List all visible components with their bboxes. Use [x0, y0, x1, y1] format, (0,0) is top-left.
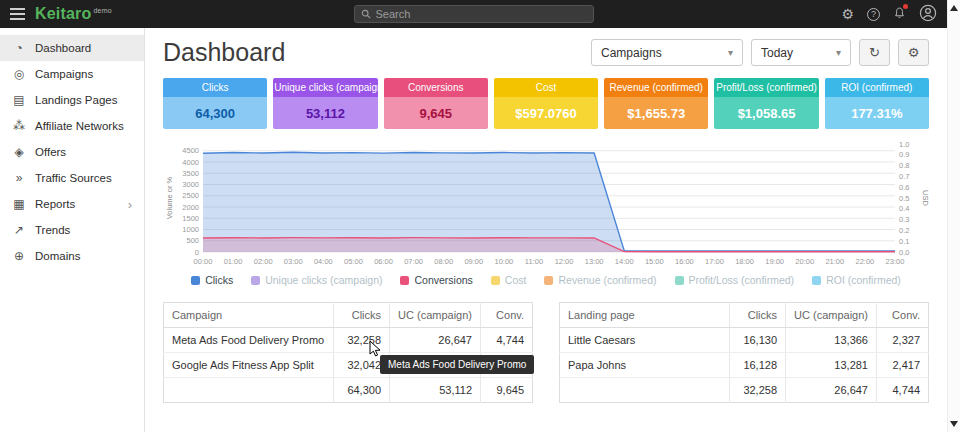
- svg-text:18:00: 18:00: [735, 257, 754, 266]
- campaign-filter-select[interactable]: Campaigns ▾: [591, 39, 743, 66]
- demo-badge: demo: [94, 7, 112, 14]
- sidebar-item-dashboard[interactable]: ◔ Dashboard: [0, 35, 144, 61]
- sidebar-item-label: Offers: [35, 146, 66, 158]
- svg-text:23:00: 23:00: [886, 257, 905, 266]
- page-title: Dashboard: [163, 38, 285, 67]
- chevron-down-icon: ▾: [822, 47, 841, 58]
- sidebar-item-traffic-sources[interactable]: » Traffic Sources: [0, 165, 144, 191]
- legend-item-unique-clicks-campaign[interactable]: Unique clicks (campaign): [251, 274, 382, 286]
- svg-text:0.4: 0.4: [899, 204, 909, 213]
- gear-icon[interactable]: ⚙: [841, 7, 854, 21]
- svg-text:0: 0: [195, 248, 199, 257]
- metric-cards: Clicks 64,300 Unique clicks (campaign) 5…: [163, 78, 929, 129]
- sidebar-item-campaigns[interactable]: ◎ Campaigns: [0, 61, 144, 87]
- trend-icon: ↗: [12, 223, 26, 237]
- legend-label: Conversions: [414, 274, 472, 286]
- svg-text:0.1: 0.1: [899, 237, 909, 246]
- network-icon: ⁂: [12, 119, 26, 133]
- table-row[interactable]: Little Caesars 16,130 13,366 2,327: [560, 328, 929, 353]
- user-avatar-icon[interactable]: [919, 4, 937, 24]
- metric-card-clicks: Clicks 64,300: [163, 78, 267, 129]
- search-icon: [361, 9, 371, 19]
- svg-text:21:00: 21:00: [825, 257, 844, 266]
- column-header[interactable]: UC (campaign): [390, 303, 481, 328]
- svg-text:20:00: 20:00: [795, 257, 814, 266]
- sidebar-item-trends[interactable]: ↗ Trends: [0, 217, 144, 243]
- svg-text:17:00: 17:00: [705, 257, 724, 266]
- sidebar-item-label: Domains: [35, 250, 80, 262]
- legend-label: Unique clicks (campaign): [265, 274, 382, 286]
- column-header[interactable]: UC (campaign): [786, 303, 877, 328]
- svg-text:500: 500: [186, 236, 199, 245]
- metric-value: 9,645: [419, 106, 452, 121]
- chart-plot: 0500100015002000250030003500400045000.00…: [163, 139, 929, 267]
- notification-dot: [903, 4, 908, 9]
- svg-text:13:00: 13:00: [585, 257, 604, 266]
- metric-card-revenue: Revenue (confirmed) $1,655.73: [604, 78, 708, 129]
- svg-text:0.7: 0.7: [899, 172, 909, 181]
- menu-icon[interactable]: [10, 8, 25, 20]
- svg-text:0.3: 0.3: [899, 215, 909, 224]
- svg-text:09:00: 09:00: [464, 257, 483, 266]
- column-header[interactable]: Clicks: [334, 303, 390, 328]
- scroll-up-icon[interactable]: [950, 5, 958, 11]
- search-input[interactable]: [376, 8, 587, 20]
- table-row[interactable]: Papa Johns 16,128 13,281 2,417: [560, 353, 929, 378]
- svg-text:1.0: 1.0: [899, 140, 909, 149]
- legend-swatch: [491, 276, 500, 285]
- metric-value: 53,112: [306, 106, 345, 121]
- chevron-down-icon: ▾: [714, 47, 733, 58]
- sidebar-item-reports[interactable]: ▦ Reports ›: [0, 191, 144, 217]
- metric-card-unique-clicks: Unique clicks (campaign) 53,112: [273, 78, 377, 129]
- sidebar-item-domains[interactable]: ⊕ Domains: [0, 243, 144, 269]
- svg-text:05:00: 05:00: [344, 257, 363, 266]
- row-tooltip: Meta Ads Food Delivery Promo: [380, 355, 534, 374]
- dashboard-settings-button[interactable]: ⚙: [898, 39, 929, 66]
- legend-item-roi-confirmed[interactable]: ROI (confirmed): [812, 274, 901, 286]
- svg-text:0.0: 0.0: [899, 248, 909, 257]
- table-row[interactable]: Meta Ads Food Delivery Promo 32,258 26,6…: [164, 328, 533, 353]
- legend-label: Profit/Loss (confirmed): [689, 274, 795, 286]
- date-range-select[interactable]: Today ▾: [751, 39, 851, 66]
- sidebar-item-affiliate-networks[interactable]: ⁂ Affiliate Networks: [0, 113, 144, 139]
- refresh-button[interactable]: ↻: [859, 39, 890, 66]
- legend-item-cost[interactable]: Cost: [491, 274, 527, 286]
- scroll-down-icon[interactable]: [950, 421, 958, 427]
- dashboard-chart: 0500100015002000250030003500400045000.00…: [163, 139, 929, 286]
- tag-icon: ◈: [12, 145, 26, 159]
- target-icon: ◎: [12, 67, 26, 81]
- legend-item-revenue-confirmed[interactable]: Revenue (confirmed): [544, 274, 656, 286]
- legend-label: Cost: [505, 274, 527, 286]
- column-header[interactable]: Conv.: [877, 303, 929, 328]
- gear-icon: ⚙: [908, 45, 920, 60]
- metric-card-profit-loss: Profit/Loss (confirmed) $1,058.65: [714, 78, 818, 129]
- svg-text:04:00: 04:00: [314, 257, 333, 266]
- help-icon[interactable]: ?: [867, 8, 880, 21]
- legend-item-clicks[interactable]: Clicks: [191, 274, 233, 286]
- column-header[interactable]: Clicks: [730, 303, 786, 328]
- bell-icon[interactable]: [893, 6, 906, 22]
- sidebar: ◔ Dashboard ◎ Campaigns ▤ Landings Pages…: [0, 28, 145, 432]
- svg-text:Volume or %: Volume or %: [165, 176, 174, 219]
- metric-card-roi: ROI (confirmed) 177.31%: [825, 78, 929, 129]
- app-logo[interactable]: Keitarodemo: [35, 5, 112, 23]
- sidebar-item-label: Campaigns: [35, 68, 93, 80]
- svg-text:02:00: 02:00: [254, 257, 273, 266]
- page-scrollbar[interactable]: [947, 0, 960, 432]
- legend-item-profit-loss-confirmed[interactable]: Profit/Loss (confirmed): [675, 274, 795, 286]
- svg-text:2500: 2500: [182, 191, 199, 200]
- legend-label: Revenue (confirmed): [558, 274, 656, 286]
- column-header[interactable]: Landing page: [560, 303, 730, 328]
- svg-text:3000: 3000: [182, 180, 199, 189]
- sidebar-item-offers[interactable]: ◈ Offers: [0, 139, 144, 165]
- legend-item-conversions[interactable]: Conversions: [400, 274, 472, 286]
- sidebar-item-label: Trends: [35, 224, 70, 236]
- column-header[interactable]: Conv.: [481, 303, 533, 328]
- table-totals-row: 32,258 26,647 4,744: [560, 378, 929, 403]
- metric-value: $1,655.73: [627, 106, 685, 121]
- sidebar-item-landings-pages[interactable]: ▤ Landings Pages: [0, 87, 144, 113]
- chart-legend: ClicksUnique clicks (campaign)Conversion…: [163, 274, 929, 286]
- column-header[interactable]: Campaign: [164, 303, 334, 328]
- sidebar-item-label: Affiliate Networks: [35, 120, 124, 132]
- svg-text:0.5: 0.5: [899, 194, 909, 203]
